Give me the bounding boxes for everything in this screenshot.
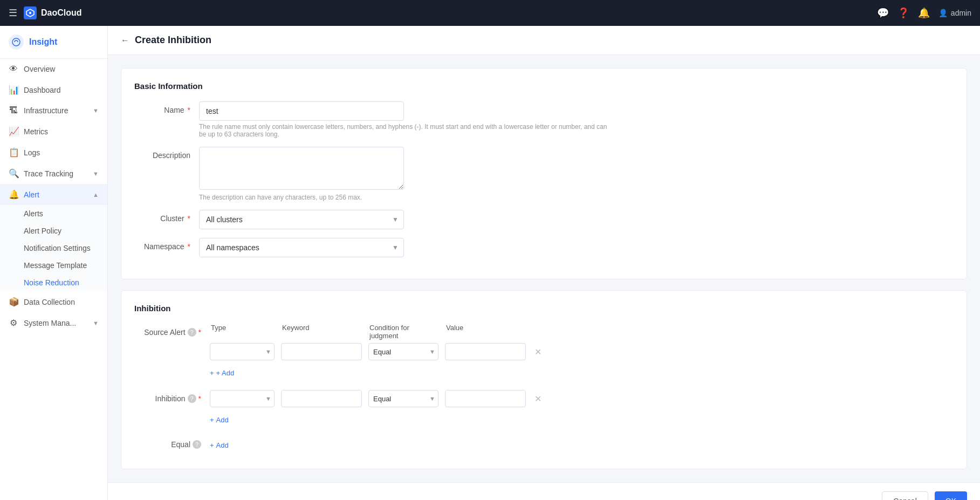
sidebar-brand: Insight (0, 26, 107, 59)
sidebar-item-label: Logs (24, 148, 40, 157)
inhib-add-button[interactable]: + Add (210, 414, 229, 426)
source-alert-label: Source Alert ? * (134, 324, 210, 337)
sidebar-item-overview[interactable]: 👁 Overview (0, 59, 107, 79)
source-remove-button[interactable]: ✕ (532, 345, 544, 359)
cluster-select[interactable]: All clusters (199, 210, 404, 229)
inhib-condition-select[interactable]: Equal (368, 390, 438, 407)
chevron-down-icon: ▼ (93, 320, 99, 326)
inhib-remove-button[interactable]: ✕ (532, 392, 544, 406)
svg-point-0 (29, 12, 31, 14)
source-condition-select[interactable]: Equal (368, 343, 438, 360)
inhibition-section: Inhibition Source Alert ? * Type Keyword… (121, 290, 967, 469)
sidebar-item-notification-settings[interactable]: Notification Settings (0, 239, 107, 257)
inhibition-help-icon[interactable]: ? (188, 394, 196, 403)
topbar-icons: 💬 ❓ 🔔 👤 admin (877, 7, 971, 19)
page-body: Basic Information Name * The rule name m… (108, 55, 980, 482)
sidebar-item-label: System Mana... (24, 319, 76, 327)
sidebar-item-trace-tracking[interactable]: 🔍 Trace Tracking ▼ (0, 163, 107, 184)
sidebar-item-metrics[interactable]: 📈 Metrics (0, 121, 107, 142)
sidebar-item-dashboard[interactable]: 📊 Dashboard (0, 79, 107, 100)
namespace-select[interactable]: All namespaces (199, 238, 404, 257)
source-value-input[interactable] (445, 343, 526, 360)
sidebar-item-alert[interactable]: 🔔 Alert ▲ (0, 184, 107, 205)
plus-icon: + (210, 369, 214, 377)
plus-icon: + (210, 416, 214, 424)
source-type-select[interactable] (210, 343, 275, 360)
sidebar-item-logs[interactable]: 📋 Logs (0, 142, 107, 163)
cluster-select-wrap: All clusters ▼ (199, 210, 404, 229)
inhibition-title: Inhibition (134, 304, 954, 313)
sidebar-item-label: Overview (24, 65, 55, 73)
page-title: Create Inhibition (135, 35, 211, 46)
ok-button[interactable]: OK (935, 491, 967, 500)
sidebar-item-message-template[interactable]: Message Template (0, 257, 107, 274)
user-name: admin (951, 9, 971, 17)
cluster-label: Cluster * (134, 210, 199, 223)
page-header: ← Create Inhibition (108, 26, 980, 55)
menu-icon[interactable]: ☰ (9, 7, 17, 19)
equal-label: Equal ? (134, 440, 210, 449)
source-add-button[interactable]: + + Add (210, 367, 234, 379)
equal-help-icon[interactable]: ? (193, 440, 201, 449)
source-alert-row: Source Alert ? * Type Keyword Condition … (134, 324, 954, 379)
type-header: Type (211, 324, 276, 340)
sidebar-item-label: Infrastructure (24, 106, 68, 115)
sidebar-item-label: Alert (24, 190, 39, 199)
user-icon: 👤 (938, 9, 948, 17)
description-input[interactable] (199, 147, 404, 190)
user-menu[interactable]: 👤 admin (938, 9, 971, 17)
dashboard-icon: 📊 (9, 85, 18, 95)
source-alert-fields-row: ▼ Equal ▼ ✕ (210, 343, 954, 360)
source-keyword-input[interactable] (281, 343, 362, 360)
sidebar-item-noise-reduction[interactable]: Noise Reduction (0, 274, 107, 291)
alert-submenu: Alerts Alert Policy Notification Setting… (0, 205, 107, 291)
name-content: The rule name must only contain lowercas… (199, 101, 954, 138)
sidebar-item-system-mana[interactable]: ⚙ System Mana... ▼ (0, 312, 107, 333)
equal-add-button[interactable]: + Add (210, 439, 229, 451)
sidebar-item-alerts[interactable]: Alerts (0, 205, 107, 222)
sidebar-item-data-collection[interactable]: 📦 Data Collection (0, 291, 107, 312)
cluster-row: Cluster * All clusters ▼ (134, 210, 954, 229)
condition-header: Condition for judgment (369, 324, 440, 340)
main-layout: Insight 👁 Overview 📊 Dashboard 🏗 Infrast… (0, 26, 980, 500)
sidebar-item-label: Trace Tracking (24, 169, 73, 178)
help-icon[interactable]: ❓ (897, 7, 909, 19)
description-label: Description (134, 147, 199, 160)
inhib-value-input[interactable] (445, 390, 526, 407)
sidebar: Insight 👁 Overview 📊 Dashboard 🏗 Infrast… (0, 26, 108, 500)
system-icon: ⚙ (9, 318, 18, 328)
inhib-type-select-wrap: ▼ (210, 390, 275, 407)
topbar-logo: DaoCloud (24, 6, 82, 19)
inhibition-target-label: Inhibition ? * (134, 390, 210, 403)
source-alert-help-icon[interactable]: ? (188, 328, 196, 337)
inhib-condition-wrap: Equal ▼ (368, 390, 438, 407)
name-input[interactable] (199, 101, 404, 121)
cancel-button[interactable]: Cancel (882, 491, 928, 500)
name-label: Name * (134, 101, 199, 114)
sidebar-item-label: Data Collection (24, 298, 75, 306)
sidebar-item-alert-policy[interactable]: Alert Policy (0, 222, 107, 239)
plus-icon: + (210, 441, 214, 449)
logs-icon: 📋 (9, 147, 18, 157)
topbar: ☰ DaoCloud 💬 ❓ 🔔 👤 admin (0, 0, 980, 26)
source-alert-fields: Type Keyword Condition for judgment Valu… (210, 324, 954, 379)
svg-point-1 (12, 38, 20, 46)
alert-icon: 🔔 (9, 189, 18, 200)
bell-icon[interactable]: 🔔 (918, 7, 930, 19)
chat-icon[interactable]: 💬 (877, 7, 889, 19)
description-hint: The description can have any characters,… (199, 194, 609, 201)
namespace-select-wrap: All namespaces ▼ (199, 238, 404, 257)
sidebar-item-label: Dashboard (24, 86, 61, 94)
page-footer: Cancel OK (108, 482, 980, 500)
keyword-header: Keyword (282, 324, 363, 340)
description-row: Description The description can have any… (134, 147, 954, 201)
namespace-row: Namespace * All namespaces ▼ (134, 238, 954, 257)
sidebar-item-infrastructure[interactable]: 🏗 Infrastructure ▼ (0, 100, 107, 121)
chevron-up-icon: ▲ (93, 191, 99, 198)
source-condition-wrap: Equal ▼ (368, 343, 438, 360)
inhib-type-select[interactable] (210, 390, 275, 407)
inhib-keyword-input[interactable] (281, 390, 362, 407)
back-button[interactable]: ← (121, 36, 129, 45)
equal-row: Equal ? + Add (134, 437, 954, 451)
description-content: The description can have any characters,… (199, 147, 954, 201)
